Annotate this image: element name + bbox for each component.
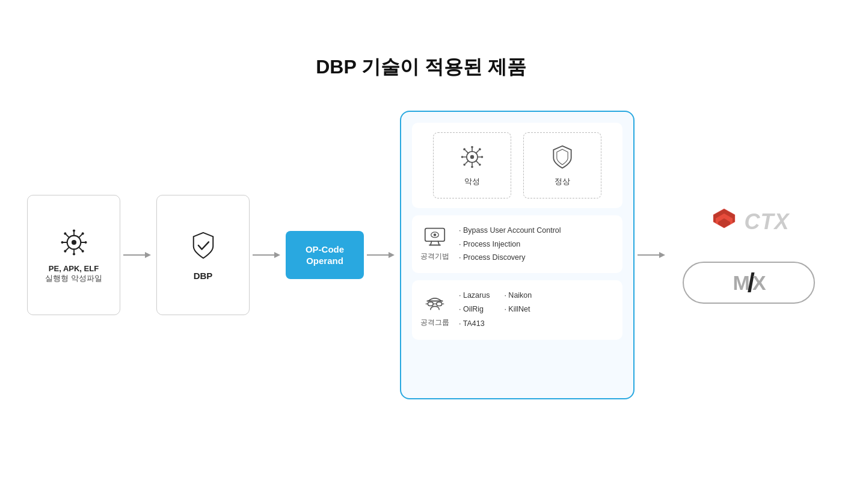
logos-area: CTX M / X <box>683 206 815 304</box>
group-lazarus: · Lazarus <box>459 289 490 303</box>
svg-point-44 <box>434 233 437 236</box>
normal-label: 정상 <box>555 176 570 187</box>
page-title: DBP 기술이 적용된 제품 <box>0 0 842 111</box>
svg-line-46 <box>438 241 439 245</box>
svg-line-14 <box>79 235 82 238</box>
svg-line-12 <box>79 247 82 250</box>
group-naikon: · Naikon <box>504 289 532 303</box>
svg-point-1 <box>71 239 76 244</box>
ctx-hex-icon <box>708 206 740 238</box>
svg-marker-21 <box>274 252 280 258</box>
analysis-box: 악성 정상 <box>400 111 635 399</box>
attack-item-3: · Process Discovery <box>459 251 561 265</box>
svg-rect-50 <box>437 302 442 306</box>
svg-point-13 <box>81 250 84 252</box>
svg-point-41 <box>463 164 466 166</box>
opcode-line1: OP-Code <box>306 244 344 254</box>
svg-point-9 <box>84 241 87 243</box>
attack-label: 공격기법 <box>420 251 449 262</box>
diagram-container: PE, APK, ELF 실행형 악성파일 DBP OP-Code Operan… <box>0 111 842 399</box>
opcode-line2: Operand <box>306 256 343 266</box>
svg-line-45 <box>431 241 432 245</box>
attack-section: 공격기법 · Bypass User Account Control · Pro… <box>412 215 622 273</box>
svg-point-5 <box>72 253 75 255</box>
arrow-2 <box>250 249 286 261</box>
svg-marker-19 <box>145 252 151 258</box>
svg-point-15 <box>81 232 84 235</box>
attack-item-1: · Bypass User Account Control <box>459 224 561 238</box>
svg-point-33 <box>481 156 484 158</box>
monitor-icon <box>424 226 446 248</box>
opcode-box: OP-Code Operand <box>286 231 364 279</box>
normal-card: 정상 <box>523 132 601 198</box>
svg-line-40 <box>466 161 469 164</box>
svg-point-3 <box>72 229 75 232</box>
svg-line-36 <box>476 161 479 164</box>
svg-point-25 <box>470 155 474 159</box>
malicious-icon <box>459 144 485 170</box>
svg-point-7 <box>61 241 63 243</box>
malware-label2: 실행형 악성파일 <box>45 273 102 284</box>
ctx-text: CTX <box>745 209 790 235</box>
attack-item-2: · Process Injection <box>459 238 561 251</box>
spy-icon <box>424 292 446 314</box>
svg-line-38 <box>476 150 479 153</box>
malware-label1: PE, APK, ELF <box>45 264 102 273</box>
svg-point-17 <box>64 250 66 252</box>
arrow-4 <box>635 249 671 261</box>
shield-normal-icon <box>549 144 576 170</box>
svg-marker-23 <box>389 252 395 258</box>
svg-point-11 <box>64 232 66 235</box>
dbp-box: DBP <box>156 195 250 315</box>
arrow-3 <box>364 249 400 261</box>
group-ta413: · TA413 <box>459 317 490 331</box>
max-logo: M / X <box>683 262 815 304</box>
malicious-card: 악성 <box>433 132 511 198</box>
group-list: · Lazarus · OilRig · TA413 · Naikon · Ki… <box>459 289 532 331</box>
group-killnet: · KillNet <box>504 303 532 317</box>
malware-box: PE, APK, ELF 실행형 악성파일 <box>27 195 120 315</box>
arrow-1 <box>120 249 156 261</box>
svg-point-29 <box>471 166 473 168</box>
virus-icon <box>58 227 90 258</box>
svg-point-31 <box>461 156 464 158</box>
classification-section: 악성 정상 <box>412 123 622 208</box>
max-x: X <box>752 271 765 295</box>
svg-point-39 <box>479 148 481 150</box>
max-text: M / X <box>733 268 764 298</box>
svg-point-27 <box>471 146 473 149</box>
malicious-label: 악성 <box>464 176 480 187</box>
svg-line-16 <box>66 247 69 250</box>
svg-point-37 <box>479 164 481 166</box>
group-section: 공격그룹 · Lazarus · OilRig · TA413 · Naikon… <box>412 280 622 340</box>
svg-line-34 <box>466 150 469 153</box>
dbp-label: DBP <box>194 271 213 281</box>
group-col2: · Naikon · KillNet <box>504 289 532 331</box>
attack-list: · Bypass User Account Control · Process … <box>459 224 561 265</box>
svg-marker-55 <box>659 252 665 258</box>
svg-line-10 <box>66 235 69 238</box>
ctx-logo: CTX <box>708 206 790 238</box>
group-oilrig: · OilRig <box>459 303 490 317</box>
group-label: 공격그룹 <box>420 318 449 328</box>
max-m: M <box>733 271 748 295</box>
shield-check-icon <box>188 230 219 261</box>
svg-rect-49 <box>428 302 433 306</box>
group-col1: · Lazarus · OilRig · TA413 <box>459 289 490 331</box>
svg-point-35 <box>463 148 466 150</box>
